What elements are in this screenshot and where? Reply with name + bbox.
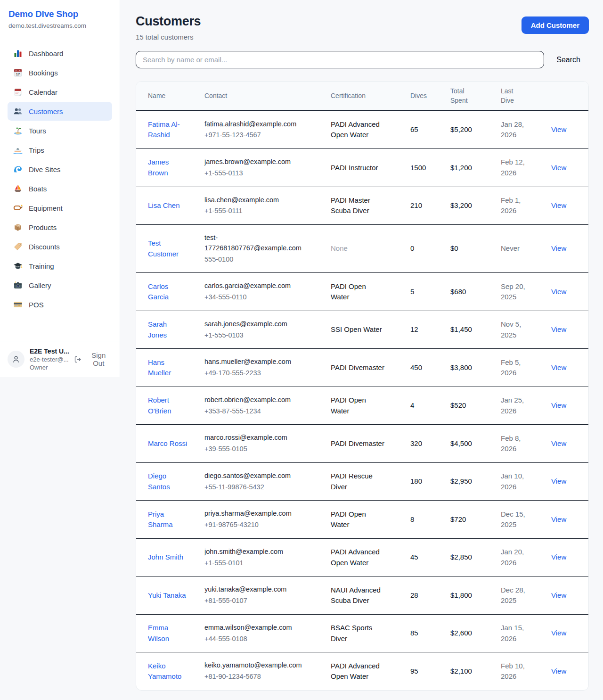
customer-phone: +353-87-555-1234 [204, 406, 302, 417]
brand-link[interactable]: Demo Dive Shop demo.test.divestreams.com [0, 0, 120, 37]
customer-dives: 320 [410, 425, 450, 463]
customer-certification: PADI Advanced Open Water [331, 652, 410, 690]
customer-name-link[interactable]: John Smith [148, 553, 183, 561]
customer-total-spent: $2,850 [450, 538, 501, 576]
sign-out-icon [74, 355, 82, 363]
view-customer-link[interactable]: View [551, 439, 566, 447]
view-customer-link[interactable]: View [551, 325, 566, 333]
sidebar-item-tours[interactable]: Tours [8, 121, 112, 140]
sidebar-item-trips[interactable]: Trips [8, 140, 112, 159]
sailboat-icon [13, 184, 23, 193]
view-customer-link[interactable]: View [551, 667, 566, 675]
customer-email: robert.obrien@example.com [204, 395, 302, 405]
table-row: Keiko Yamamoto keiko.yamamoto@example.co… [136, 652, 589, 690]
add-customer-button[interactable]: Add Customer [522, 16, 589, 34]
customer-phone: +49-170-555-2233 [204, 368, 302, 379]
sidebar-item-label: POS [29, 301, 44, 309]
customer-name-link[interactable]: Marco Rossi [148, 439, 187, 447]
customer-name-link[interactable]: Fatima Al-Rashid [148, 120, 180, 139]
view-customer-link[interactable]: View [551, 401, 566, 409]
customer-total-spent: $3,200 [450, 187, 501, 225]
customer-phone: +1-555-0111 [204, 206, 302, 216]
customer-phone: +91-98765-43210 [204, 520, 302, 530]
sidebar-item-bookings[interactable]: 17Bookings [8, 63, 112, 82]
view-customer-link[interactable]: View [551, 515, 566, 523]
customer-name-link[interactable]: Sarah Jones [148, 320, 167, 339]
sidebar-item-gallery[interactable]: Gallery [8, 276, 112, 295]
table-header-row: Name Contact Certification Dives Total S… [136, 82, 589, 111]
customer-name-link[interactable]: Emma Wilson [148, 624, 169, 642]
customer-name-link[interactable]: Keiko Yamamoto [148, 662, 181, 681]
customer-phone: +1-555-0113 [204, 168, 302, 179]
column-header-last-dive: Last Dive [501, 82, 551, 111]
table-row: James Brown james.brown@example.com +1-5… [136, 149, 589, 187]
view-customer-link[interactable]: View [551, 244, 566, 252]
view-customer-link[interactable]: View [551, 201, 566, 209]
customer-dives: 85 [410, 614, 450, 652]
view-customer-link[interactable]: View [551, 629, 566, 637]
customer-last-dive: Never [501, 225, 551, 273]
sidebar-item-dive-sites[interactable]: Dive Sites [8, 160, 112, 179]
sidebar-item-label: Boats [29, 185, 47, 193]
sidebar-item-discounts[interactable]: Discounts [8, 237, 112, 256]
view-customer-link[interactable]: View [551, 164, 566, 172]
customer-total-spent: $4,500 [450, 425, 501, 463]
column-header-certification: Certification [331, 82, 410, 111]
customer-name-link[interactable]: Priya Sharma [148, 510, 173, 529]
customer-name-link[interactable]: Hans Mueller [148, 358, 171, 377]
customer-email: hans.mueller@example.com [204, 357, 302, 367]
customer-name-link[interactable]: Robert O'Brien [148, 396, 171, 415]
customer-name-link[interactable]: Lisa Chen [148, 201, 180, 209]
customer-total-spent: $1,800 [450, 576, 501, 615]
table-row: Emma Wilson emma.wilson@example.com +44-… [136, 614, 589, 652]
sidebar-item-label: Training [29, 262, 54, 270]
page-title: Customers [136, 14, 201, 29]
customer-name-link[interactable]: Diego Santos [148, 472, 170, 491]
customer-phone: +81-555-0107 [204, 596, 302, 606]
customer-last-dive: Jan 20, 2026 [501, 538, 551, 576]
sidebar-item-pos[interactable]: POS [8, 295, 112, 314]
sign-out-button[interactable]: Sign Out [74, 351, 112, 367]
view-customer-link[interactable]: View [551, 591, 566, 599]
view-customer-link[interactable]: View [551, 553, 566, 561]
table-row: Carlos Garcia carlos.garcia@example.com … [136, 273, 589, 311]
customer-certification: PADI Instructor [331, 149, 410, 187]
customer-email: carlos.garcia@example.com [204, 281, 302, 291]
sidebar-item-calendar[interactable]: Calendar [8, 82, 112, 101]
customer-name-link[interactable]: James Brown [148, 158, 169, 177]
view-customer-link[interactable]: View [551, 288, 566, 296]
sidebar-item-products[interactable]: Products [8, 218, 112, 237]
customer-phone: +1-555-0101 [204, 558, 302, 568]
customer-certification: PADI Divemaster [331, 349, 410, 387]
customer-name-link[interactable]: Carlos Garcia [148, 282, 169, 301]
view-customer-link[interactable]: View [551, 477, 566, 485]
view-customer-link[interactable]: View [551, 363, 566, 371]
sidebar-item-label: Products [29, 223, 57, 231]
customer-email: yuki.tanaka@example.com [204, 585, 302, 595]
view-customer-link[interactable]: View [551, 125, 566, 133]
sidebar-item-label: Equipment [29, 204, 63, 212]
sidebar-item-boats[interactable]: Boats [8, 179, 112, 198]
customer-name-link[interactable]: Yuki Tanaka [148, 591, 186, 599]
customer-dives: 5 [410, 273, 450, 311]
sidebar-item-dashboard[interactable]: Dashboard [8, 44, 112, 63]
sidebar-item-customers[interactable]: Customers [8, 102, 112, 121]
search-button[interactable]: Search [544, 56, 589, 64]
customer-last-dive: Jan 15, 2026 [501, 614, 551, 652]
sidebar-item-training[interactable]: Training [8, 256, 112, 275]
customer-phone: +39-555-0105 [204, 444, 302, 454]
tag-icon [13, 242, 23, 251]
user-name: E2E Test U... [30, 347, 69, 355]
svg-text:17: 17 [16, 72, 20, 76]
customer-name-link[interactable]: Test Customer [148, 239, 179, 258]
user-section: E2E Test U... e2e-tester@... Owner Sign … [0, 341, 120, 377]
sidebar-item-equipment[interactable]: Equipment [8, 198, 112, 217]
search-input[interactable] [136, 51, 544, 68]
dive-mask-icon [13, 203, 23, 213]
sidebar-item-label: Tours [29, 127, 46, 135]
credit-card-icon [13, 300, 23, 309]
sidebar: Demo Dive Shop demo.test.divestreams.com… [0, 0, 120, 377]
table-row: Diego Santos diego.santos@example.com +5… [136, 462, 589, 501]
customer-certification: PADI Open Water [331, 501, 410, 539]
customer-dives: 12 [410, 311, 450, 349]
